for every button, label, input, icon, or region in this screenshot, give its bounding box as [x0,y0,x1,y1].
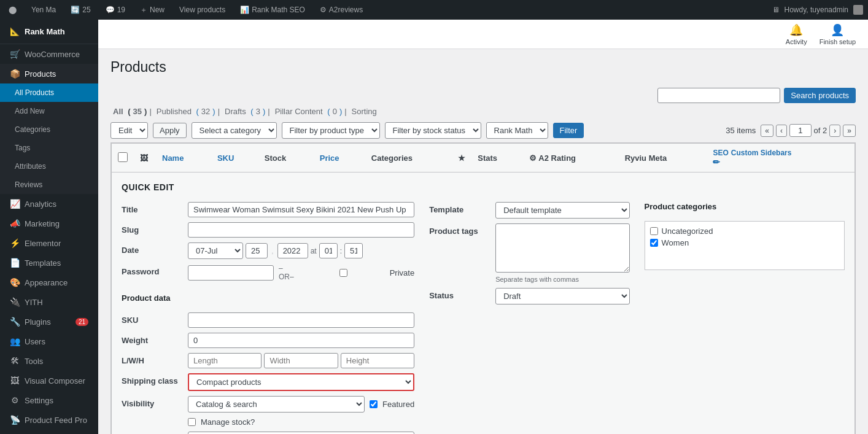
th-name[interactable]: Name [156,144,211,172]
filter-pillar-content[interactable]: Pillar Content (0) [273,107,343,116]
apply-button[interactable]: Apply [153,123,187,138]
qe-product-tags-textarea[interactable] [495,223,629,273]
qe-title-input[interactable] [188,202,414,217]
search-products-button[interactable]: Search products [784,88,856,103]
sidebar-item-marketing[interactable]: 📣 Marketing [0,214,98,233]
filter-drafts[interactable]: Drafts (3) [222,107,265,116]
sidebar-item-appearance[interactable]: 🎨 Appearance [0,273,98,292]
th-image: 🖼 [134,144,156,172]
featured-checkbox[interactable] [370,400,378,408]
name-sort-link[interactable]: Name [162,153,184,163]
sidebar-item-products[interactable]: 📦 Products [0,64,98,83]
sidebar-item-templates[interactable]: 📄 Templates [0,253,98,273]
search-input[interactable] [657,88,780,103]
sidebar-item-plugins[interactable]: 🔧 Plugins 21 [0,312,98,331]
stock-status-select[interactable]: Filter by stock status [385,122,481,139]
sidebar-item-tools[interactable]: 🛠 Tools [0,351,98,371]
finish-setup-icon: 👤 [831,23,844,37]
adminbar-updates[interactable]: 🔄 25 [67,0,94,20]
adminbar-comments[interactable]: 💬 19 [102,0,129,20]
sidebar-item-visual-composer[interactable]: 🖼 Visual Composer [0,371,98,390]
adminbar-new[interactable]: ＋ New [136,0,168,20]
next-page-button[interactable]: › [829,125,840,137]
adminbar-site-name[interactable]: Yen Ma [28,0,60,20]
bulk-action-select[interactable]: Edit [110,122,148,139]
qe-weight-input[interactable] [188,333,414,348]
sidebar-item-categories[interactable]: Categories [0,120,98,139]
sidebar-item-users[interactable]: 👥 Users [0,331,98,351]
cat-uncategorized-checkbox[interactable] [650,227,658,235]
date-hour-input[interactable] [319,243,338,258]
th-checkbox [112,144,134,172]
qe-shipping-class-select[interactable]: Compact products No shipping class Stand… [188,373,414,391]
th-sku[interactable]: SKU [211,144,258,172]
filter-sorting[interactable]: Sorting [349,107,379,116]
price-sort-link[interactable]: Price [320,153,339,163]
qe-status-select[interactable]: Draft Published Private [495,288,629,304]
prev-page-button[interactable]: ‹ [776,125,787,137]
edit-columns-icon[interactable]: ✏ [713,157,848,167]
last-page-button[interactable]: » [843,125,856,137]
qe-template-select[interactable]: Default template Full Width [495,202,629,219]
qe-shipping-class-label: Shipping class [122,373,183,386]
sidebar-item-settings[interactable]: ⚙ Settings [0,390,98,410]
sidebar-item-tags[interactable]: Tags [0,139,98,157]
password-row: –OR– Private [188,264,414,281]
page-title: Products [110,59,166,76]
sidebar-item-reviews[interactable]: Reviews [0,176,98,194]
sku-sort-link[interactable]: SKU [217,153,234,163]
sidebar-item-add-new[interactable]: Add New [0,102,98,120]
qe-in-stock-select[interactable]: — No Change — In stock Out of stock On b… [188,432,414,434]
filter-all[interactable]: All (35) [110,107,147,116]
th-price[interactable]: Price [314,144,365,172]
adminbar-rank-math-seo[interactable]: 📊 Rank Math SEO [236,0,309,20]
plus-icon: ＋ [140,5,147,15]
activity-button[interactable]: 🔔 Activity [786,23,807,45]
page-number-input[interactable] [789,124,812,137]
date-year-input[interactable] [277,243,308,258]
date-month-select[interactable]: 07-Jul [188,242,243,259]
qe-sku-input[interactable] [188,312,414,328]
qe-password-input[interactable] [188,265,274,281]
tablenav-top: Edit Apply Select a category Filter by p… [110,122,856,139]
sidebar-item-yith[interactable]: 🔌 YITH [0,292,98,312]
sidebar-item-product-feed-pro[interactable]: 📡 Product Feed Pro [0,410,98,430]
sidebar-logo: 📐 Rank Math [0,20,98,44]
sidebar-item-all-products[interactable]: All Products [0,83,98,102]
adminbar-a2reviews[interactable]: ⚙ A2reviews [316,0,366,20]
sidebar-item-analytics[interactable]: 📈 Analytics [0,194,98,214]
manage-stock-checkbox[interactable] [188,418,196,426]
custom-sidebars-label[interactable]: Custom Sidebars [731,149,792,157]
sidebar-item-elementor[interactable]: ⚡ Elementor [0,233,98,253]
seo-label[interactable]: SEO [713,149,728,157]
date-day-input[interactable] [246,243,268,258]
product-type-select[interactable]: Filter by product type [282,122,380,139]
qe-width-input[interactable] [264,353,338,368]
visual-composer-icon: 🖼 [10,376,20,386]
qe-field-date: Date 07-Jul [122,242,414,259]
first-page-button[interactable]: « [761,125,773,137]
category-select[interactable]: Select a category [192,122,277,139]
adminbar-logo[interactable]: ⬤ [5,0,20,20]
elementor-icon: ⚡ [10,238,20,248]
product-categories-list: Uncategorized Women [645,221,845,270]
qe-height-input[interactable] [341,353,414,368]
tablenav-right: 35 items « ‹ of 2 › » [726,124,856,137]
cat-women-checkbox[interactable] [650,239,658,247]
sidebar-item-malcare[interactable]: 🛡 MalCare [0,430,98,434]
adminbar-view-products[interactable]: View products [176,0,229,20]
sidebar-item-attributes[interactable]: Attributes [0,157,98,176]
filter-published[interactable]: Published (32) [154,107,215,116]
qe-slug-input[interactable] [188,222,414,238]
qe-visibility-select[interactable]: Catalog & search Catalog Search Hidden [188,396,365,413]
sidebar-item-woocommerce[interactable]: 🛒 WooCommerce [0,44,98,64]
qe-template-label: Template [429,202,490,214]
qe-field-title: Title [122,202,414,217]
select-all-checkbox[interactable] [118,152,128,162]
finish-setup-button[interactable]: 👤 Finish setup [820,23,856,45]
date-minute-input[interactable] [344,243,363,258]
private-checkbox[interactable] [302,269,385,277]
qe-length-input[interactable] [188,353,262,368]
rank-math-select[interactable]: Rank Math [486,122,548,139]
filter-button[interactable]: Filter [553,123,584,138]
